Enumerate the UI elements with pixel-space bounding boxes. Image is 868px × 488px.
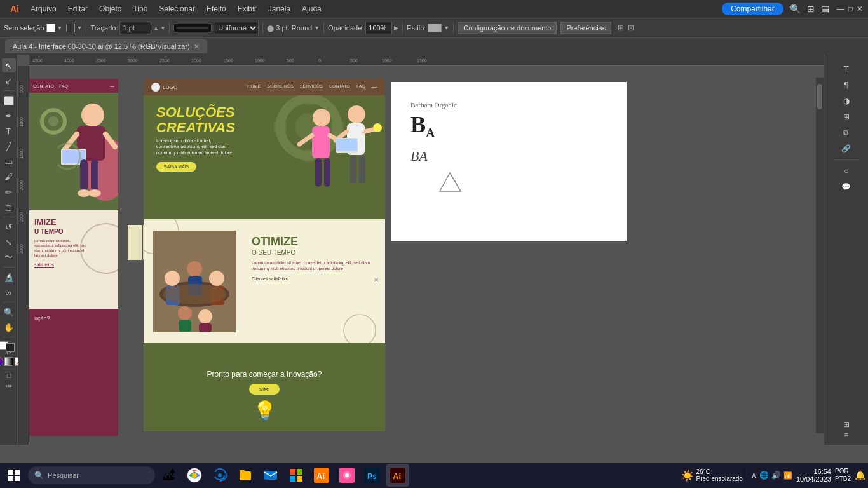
menu-editar[interactable]: Editar bbox=[63, 3, 93, 15]
arrange-right-icon[interactable]: ⊞ bbox=[843, 420, 850, 429]
taskbar-ai2-app[interactable]: Ai bbox=[386, 464, 409, 487]
arrange-icon[interactable]: ⊞ bbox=[618, 24, 624, 32]
stroke-line-preview[interactable] bbox=[173, 24, 212, 32]
type-panel-icon[interactable]: T bbox=[839, 62, 853, 76]
ruler-mark: 4500 bbox=[32, 58, 43, 63]
hero-cta-button[interactable]: SAIBA MAIS bbox=[156, 162, 196, 172]
scale-tool[interactable]: ⤡ bbox=[2, 235, 16, 249]
minimize-button[interactable]: — bbox=[837, 4, 844, 13]
taskbar-ai1-app[interactable]: Ai bbox=[310, 464, 333, 487]
pen-tool[interactable]: ✒ bbox=[2, 109, 16, 123]
scrollbar-thumb[interactable] bbox=[817, 84, 822, 109]
taskbar-files-app[interactable] bbox=[234, 464, 257, 487]
ruler-mark: 4000 bbox=[64, 58, 74, 63]
line-tool[interactable]: ╱ bbox=[2, 139, 16, 153]
select-tool[interactable]: ↖ bbox=[2, 58, 16, 72]
stroke-value-input[interactable] bbox=[119, 22, 151, 34]
taskbar-mail-app[interactable] bbox=[259, 464, 282, 487]
tray-up-icon[interactable]: ∧ bbox=[751, 471, 757, 480]
align-icon[interactable]: ⊞ bbox=[839, 110, 853, 124]
maximize-button[interactable]: □ bbox=[848, 4, 853, 13]
stroke-well[interactable] bbox=[6, 343, 15, 352]
menu-arquivo[interactable]: Arquivo bbox=[25, 3, 62, 15]
style-swatch[interactable] bbox=[428, 24, 442, 32]
menu-selecionar[interactable]: Selecionar bbox=[154, 3, 200, 15]
menu-ajuda[interactable]: Ajuda bbox=[297, 3, 327, 15]
clock[interactable]: 16:54 10/04/2023 bbox=[796, 468, 831, 483]
taskbar-edge-app[interactable] bbox=[208, 464, 231, 487]
paragraph-icon[interactable]: ¶ bbox=[839, 78, 853, 92]
draw-mode-icon[interactable]: ◻ bbox=[6, 372, 11, 379]
solid-color-icon[interactable] bbox=[0, 357, 3, 366]
nav-faq: FAQ bbox=[59, 84, 68, 88]
hand-tool[interactable]: ✋ bbox=[2, 320, 16, 334]
paintbrush-tool[interactable]: 🖌 bbox=[2, 170, 16, 184]
gradient-icon[interactable] bbox=[4, 357, 13, 366]
warp-tool[interactable]: 〜 bbox=[2, 250, 16, 264]
battery-icon[interactable]: 📶 bbox=[783, 471, 792, 480]
start-button[interactable] bbox=[3, 464, 25, 487]
taskbar-store-app[interactable] bbox=[285, 464, 308, 487]
search-icon[interactable]: 🔍 bbox=[790, 4, 801, 14]
stroke-size-dropdown[interactable]: ▼ bbox=[314, 25, 320, 31]
link-icon[interactable]: 🔗 bbox=[839, 142, 853, 156]
circle-half-icon[interactable]: ◑ bbox=[839, 94, 853, 108]
type-tool[interactable]: T bbox=[2, 124, 16, 138]
close-button[interactable]: ✕ bbox=[857, 4, 863, 13]
menu-efeito[interactable]: Efeito bbox=[201, 3, 231, 15]
notification-icon[interactable]: 🔔 bbox=[855, 470, 865, 480]
artboard-tool[interactable]: ⬜ bbox=[2, 93, 16, 107]
document-tab[interactable]: Aula 4 - Interface 60-30-10.ai @ 12,5 % … bbox=[5, 39, 207, 53]
taskbar-pink-app[interactable] bbox=[336, 464, 358, 487]
stroke-type-select[interactable]: Uniforme bbox=[214, 22, 259, 34]
scrollbar-right[interactable] bbox=[816, 78, 824, 433]
pencil-tool[interactable]: ✏ bbox=[2, 185, 16, 199]
menu-janela[interactable]: Janela bbox=[263, 3, 295, 15]
fill-swatch[interactable] bbox=[46, 24, 55, 32]
canvas-area[interactable]: 4500 4000 3500 3000 2500 2000 1500 1000 … bbox=[18, 55, 824, 445]
circle-outline-icon[interactable]: ○ bbox=[839, 164, 853, 178]
stroke-size-control: Traçado: ▲ ▼ bbox=[90, 22, 165, 34]
menu-objeto[interactable]: Objeto bbox=[94, 3, 126, 15]
style-dropdown[interactable]: ▼ bbox=[444, 25, 449, 31]
blend-tool[interactable]: ∞ bbox=[2, 285, 16, 299]
opacity-input[interactable] bbox=[365, 22, 392, 34]
svg-point-66 bbox=[345, 473, 349, 477]
taskbar-ps-app[interactable]: Ps bbox=[361, 464, 384, 487]
grid-icon[interactable]: ⊞ bbox=[807, 4, 815, 14]
mail-icon bbox=[263, 468, 278, 483]
stroke-down-icon[interactable]: ▼ bbox=[160, 25, 165, 31]
taskbar-landscape-app[interactable]: 🏕 bbox=[158, 464, 180, 487]
toolbar-more-icon[interactable]: ⊡ bbox=[628, 24, 634, 32]
properties-icon[interactable]: ≡ bbox=[844, 431, 848, 440]
stroke-up-icon[interactable]: ▲ bbox=[153, 25, 158, 31]
eraser-tool[interactable]: ◻ bbox=[2, 200, 16, 214]
fill-dropdown-icon[interactable]: ▼ bbox=[57, 25, 63, 31]
opacity-arrow[interactable]: ▶ bbox=[394, 25, 398, 31]
menu-tipo[interactable]: Tipo bbox=[128, 3, 153, 15]
menu-exibir[interactable]: Exibir bbox=[233, 3, 262, 15]
stroke-round-control: ⬤ 3 pt. Round ▼ bbox=[267, 24, 320, 32]
preferences-button[interactable]: Preferências bbox=[560, 22, 611, 34]
zoom-tool[interactable]: 🔍 bbox=[2, 305, 16, 319]
stroke-swatch[interactable] bbox=[66, 24, 75, 32]
more-tools-icon[interactable]: ••• bbox=[5, 383, 12, 390]
rotate-tool[interactable]: ↺ bbox=[2, 220, 16, 234]
language-indicator[interactable]: POR PTB2 bbox=[835, 468, 851, 483]
stroke-dropdown-icon[interactable]: ▼ bbox=[77, 25, 83, 31]
taskbar-chrome-app[interactable] bbox=[183, 464, 206, 487]
config-document-button[interactable]: Configuração de documento bbox=[458, 22, 557, 34]
network-icon[interactable]: 🌐 bbox=[759, 471, 769, 480]
share-button[interactable]: Compartilhar bbox=[722, 3, 783, 15]
arrange-icon[interactable]: ▤ bbox=[821, 4, 829, 14]
chat-icon[interactable]: 💬 bbox=[839, 180, 853, 194]
s3-cta-button[interactable]: SIM! bbox=[249, 384, 280, 395]
rect-tool[interactable]: ▭ bbox=[2, 154, 16, 168]
tab-close-button[interactable]: ✕ bbox=[194, 43, 200, 51]
direct-select-tool[interactable]: ↙ bbox=[2, 74, 16, 88]
volume-icon[interactable]: 🔊 bbox=[771, 471, 781, 480]
svg-rect-56 bbox=[240, 470, 245, 473]
layers-icon[interactable]: ⧉ bbox=[839, 126, 853, 140]
taskbar-search-bar[interactable]: 🔍 Pesquisar bbox=[28, 466, 155, 484]
eyedropper-tool[interactable]: 🔬 bbox=[2, 270, 16, 284]
